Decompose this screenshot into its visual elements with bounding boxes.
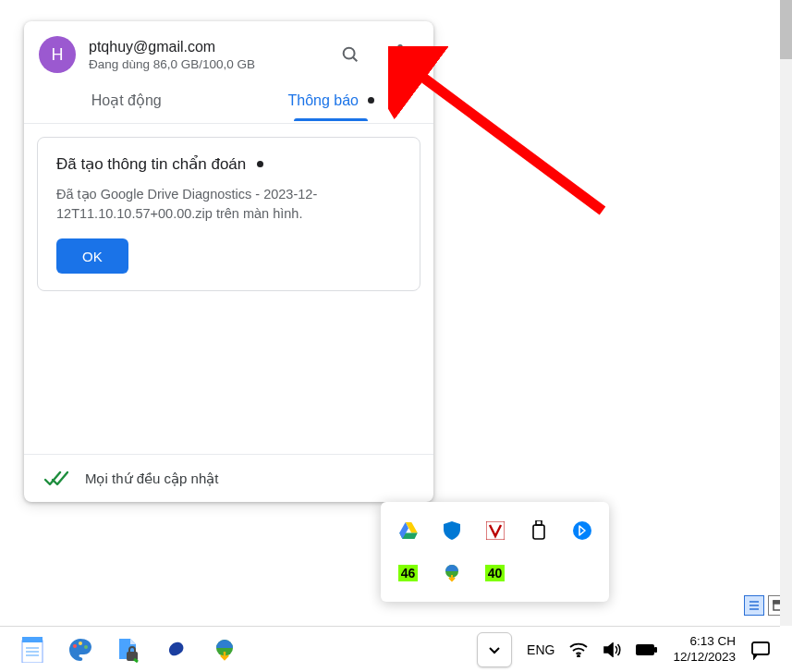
account-info: ptqhuy@gmail.com Đang dùng 86,0 GB/100,0… <box>89 39 319 71</box>
notification-center-icon[interactable] <box>750 640 771 660</box>
notification-title: Đã tạo thông tin chẩn đoán <box>56 154 246 174</box>
tray-badge-1[interactable]: 46 <box>392 556 425 590</box>
svg-rect-15 <box>22 637 43 642</box>
svg-rect-26 <box>654 647 657 653</box>
ok-button[interactable]: OK <box>56 238 128 274</box>
search-button[interactable] <box>332 36 369 73</box>
tab-activity-label: Hoạt động <box>91 92 162 109</box>
system-area: ENG 6:13 CH 12/12/2023 <box>477 632 780 667</box>
view-list-button[interactable] <box>744 595 764 616</box>
pinned-apps <box>0 636 238 664</box>
avatar[interactable]: H <box>39 36 76 73</box>
tray-drive-icon[interactable] <box>392 514 425 547</box>
search-icon <box>340 44 360 65</box>
taskbar-idm[interactable] <box>211 636 238 664</box>
taskbar-notepad[interactable] <box>18 636 46 664</box>
clock[interactable]: 6:13 CH 12/12/2023 <box>673 634 736 666</box>
unread-dot-icon <box>257 161 263 167</box>
tab-notifications-label: Thông báo <box>287 92 359 109</box>
battery-icon[interactable] <box>636 642 658 657</box>
svg-point-7 <box>573 521 591 540</box>
usb-icon <box>532 520 545 541</box>
chevron-down-icon <box>487 642 502 657</box>
clock-date: 12/12/2023 <box>673 650 736 666</box>
vertical-scrollbar[interactable] <box>780 0 792 626</box>
drive-panel: H ptqhuy@gmail.com Đang dùng 86,0 GB/100… <box>24 21 433 502</box>
svg-rect-27 <box>752 642 769 654</box>
svg-line-1 <box>353 57 357 61</box>
tray-bluetooth-icon[interactable] <box>566 514 599 547</box>
taskbar-app-blue[interactable] <box>163 636 190 664</box>
account-email: ptqhuy@gmail.com <box>89 39 319 55</box>
tray-security-icon[interactable] <box>435 514 469 547</box>
settings-button[interactable] <box>382 36 419 73</box>
palette-icon <box>67 637 93 663</box>
notepad-icon <box>20 637 44 663</box>
svg-line-3 <box>408 67 603 211</box>
notification-card: Đã tạo thông tin chẩn đoán Đã tạo Google… <box>37 137 420 291</box>
tray-badge-2[interactable]: 40 <box>479 556 512 590</box>
svg-point-2 <box>397 52 403 57</box>
system-tray-popup: 46 40 <box>381 502 609 602</box>
clock-time: 6:13 CH <box>673 634 736 650</box>
tabs: Hoạt động Thông báo <box>24 80 433 124</box>
svg-rect-25 <box>636 644 654 655</box>
gear-icon <box>390 44 410 65</box>
shield-icon <box>444 521 460 540</box>
tray-usb-icon[interactable] <box>522 514 555 547</box>
panel-body: Đã tạo thông tin chẩn đoán Đã tạo Google… <box>24 124 433 454</box>
notification-title-row: Đã tạo thông tin chẩn đoán <box>56 154 401 174</box>
download-globe-icon <box>443 564 461 582</box>
taskbar: ENG 6:13 CH 12/12/2023 <box>0 626 780 672</box>
file-lock-icon <box>116 637 141 663</box>
tray-badge-2-value: 40 <box>485 565 506 581</box>
volume-icon[interactable] <box>603 642 621 657</box>
svg-point-19 <box>73 644 77 648</box>
svg-point-24 <box>578 655 579 657</box>
tray-badge-1-value: 46 <box>398 565 419 581</box>
bluetooth-icon <box>573 521 591 540</box>
svg-point-21 <box>84 645 88 649</box>
download-globe-icon <box>213 638 237 662</box>
tray-expand-button[interactable] <box>477 632 512 667</box>
notification-body: Đã tạo Google Drive Diagnostics - 2023-1… <box>56 185 401 224</box>
tab-activity[interactable]: Hoạt động <box>24 80 229 123</box>
sync-ok-icon <box>44 470 68 488</box>
list-icon <box>749 600 760 611</box>
bean-icon <box>167 641 186 659</box>
scrollbar-thumb[interactable] <box>780 0 792 59</box>
sync-status-text: Mọi thứ đều cập nhật <box>85 470 218 487</box>
tray-app-v-icon[interactable] <box>479 514 512 547</box>
unread-dot-icon <box>368 97 374 104</box>
wifi-icon[interactable] <box>569 642 588 657</box>
taskbar-file-lock[interactable] <box>115 636 142 664</box>
tab-notifications[interactable]: Thông báo <box>229 80 434 123</box>
taskbar-paint[interactable] <box>67 636 94 664</box>
letter-v-icon <box>486 521 505 540</box>
svg-point-20 <box>79 641 82 645</box>
storage-usage: Đang dùng 86,0 GB/100,0 GB <box>89 57 319 71</box>
svg-rect-6 <box>533 525 544 539</box>
panel-header: H ptqhuy@gmail.com Đang dùng 86,0 GB/100… <box>24 21 433 80</box>
language-indicator[interactable]: ENG <box>527 642 554 657</box>
google-drive-icon <box>399 522 418 539</box>
svg-point-0 <box>344 48 355 59</box>
tray-idm-icon[interactable] <box>435 556 469 590</box>
panel-footer: Mọi thứ đều cập nhật <box>24 454 433 502</box>
